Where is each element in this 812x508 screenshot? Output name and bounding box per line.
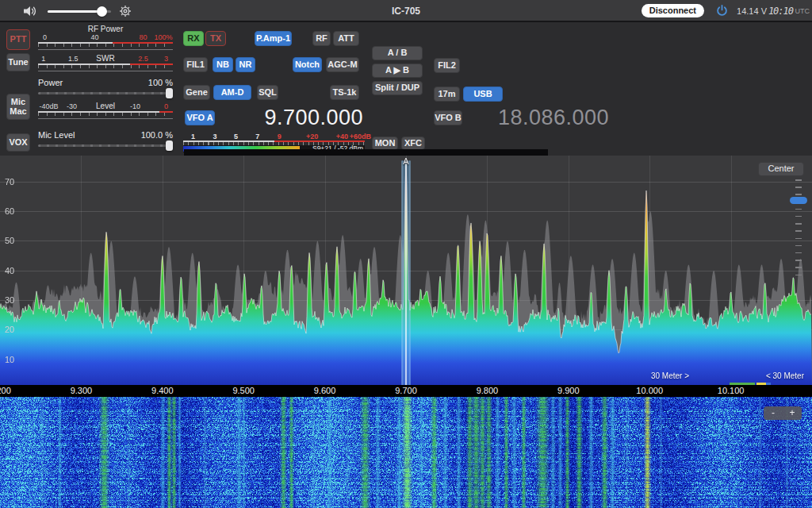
top-toolbar: IC-705 Disconnect 14.14 V 10:10 UTC [0, 0, 812, 22]
smeter-scale-label: 7 [255, 133, 259, 140]
ab-swap-button[interactable]: A / B [372, 46, 423, 60]
swr-scale-label: 1 [41, 55, 45, 63]
mic-level-label: Mic Level [38, 130, 75, 140]
vfo-b-button[interactable]: VFO B [434, 110, 462, 125]
swr-scale-label: 2.5 [138, 55, 148, 63]
mic-mac-line2: Mac [10, 107, 26, 117]
rf-power-scale-label: 0 [43, 33, 47, 41]
swr-meter-scale [38, 64, 173, 69]
waterfall-canvas[interactable] [0, 397, 812, 508]
frequency-tick-label: 9.700 [395, 386, 417, 395]
reference-level-ticks [795, 179, 802, 281]
smeter-scale-label: +60dB [350, 133, 371, 140]
att-button[interactable]: ATT [333, 31, 359, 46]
vfo-a-marker: A [403, 156, 408, 166]
ptt-button[interactable]: PTT [6, 29, 30, 50]
nr-button[interactable]: NR [236, 57, 255, 72]
tx-audio-panel: PTT Tune Mic Mac VOX RF Power 04080100% … [0, 22, 181, 156]
mode-b-button[interactable]: USB [463, 87, 503, 102]
swr-meter-labels: 11.52.53 [38, 55, 173, 63]
rf-power-scale-label: 80 [140, 33, 147, 41]
mon-button[interactable]: MON [372, 137, 398, 150]
band-edge-left-label: 30 Meter > [651, 371, 689, 380]
frequency-tick-label: 9.500 [232, 386, 255, 395]
ts-button[interactable]: TS-1k [330, 85, 359, 100]
frequency-tick-label: 9.600 [314, 386, 336, 395]
reference-level-knob[interactable] [790, 197, 807, 204]
waterfall-zoom-in-button[interactable]: + [783, 406, 802, 420]
swr-scale-label: 3 [164, 55, 168, 63]
level-scale-label: -10 [130, 102, 140, 110]
swr-scale-label: 1.5 [68, 55, 79, 63]
rf-power-scale-label: 40 [90, 33, 98, 41]
mic-mac-line1: Mic [11, 98, 25, 107]
frequency-tick-label: 9.300 [71, 386, 93, 395]
smeter-scale-label: +20 [306, 133, 318, 140]
level-meter-bar [38, 118, 173, 119]
a-to-b-button[interactable]: A ▶ B [372, 64, 423, 78]
notch-button[interactable]: Notch [293, 57, 322, 72]
mic-level-knob[interactable] [166, 140, 173, 151]
fil1-button[interactable]: FIL1 [183, 57, 208, 72]
frequency-tick-label: 9.900 [557, 386, 580, 395]
mode-a-button[interactable]: AM-D [213, 85, 251, 100]
power-slider-knob[interactable] [166, 88, 173, 98]
frequency-axis[interactable]: 9.2009.3009.4009.5009.6009.7009.8009.900… [0, 385, 812, 397]
power-slider[interactable] [38, 88, 173, 98]
rf-power-meter-title: RF Power [38, 25, 173, 33]
rf-button[interactable]: RF [312, 31, 331, 46]
mic-level-value: 100.0 % [141, 130, 173, 140]
sql-button[interactable]: SQL [257, 85, 278, 100]
frequency-tick-label: 9.800 [477, 386, 499, 395]
smeter-scale-label: 3 [213, 133, 217, 140]
mic-level-slider[interactable] [38, 140, 173, 151]
level-scale-label: 0 [164, 102, 168, 110]
mic-level-row: Mic Level 100.0 % [38, 130, 173, 139]
center-button[interactable]: Center [758, 162, 804, 176]
tx-indicator: TX [205, 31, 226, 46]
rx-indicator: RX [183, 31, 204, 46]
rf-power-meter-labels: 04080100% [38, 33, 173, 41]
clock-display: 10:10 [768, 6, 793, 17]
tune-button[interactable]: Tune [6, 53, 30, 71]
preamp-button[interactable]: P.Amp-1 [255, 31, 292, 46]
smeter-scale-label: 5 [234, 133, 238, 140]
spectrum-canvas[interactable] [0, 156, 812, 385]
split-dup-button[interactable]: Split / DUP [372, 81, 423, 95]
gene-button[interactable]: Gene [183, 85, 210, 100]
mic-mac-button[interactable]: Mic Mac [6, 94, 30, 120]
agc-button[interactable]: AGC-M [326, 57, 359, 72]
vfo-a-button[interactable]: VFO A [185, 110, 215, 125]
rf-power-scale-label: 100% [155, 33, 173, 41]
reference-level-slider[interactable] [788, 179, 809, 281]
level-meter-scale [38, 111, 173, 117]
swr-meter-bar [38, 71, 173, 71]
level-meter-labels: -40dB-30-100 [38, 102, 173, 110]
disconnect-button[interactable]: Disconnect [642, 4, 704, 17]
db-tick-label: 10 [5, 355, 14, 364]
band-button[interactable]: 17m [434, 87, 460, 102]
panel-separator [184, 149, 548, 156]
db-tick-label: 40 [5, 266, 14, 275]
smeter-scale-label: +40 [336, 133, 348, 140]
db-tick-label: 60 [5, 206, 14, 216]
vox-button[interactable]: VOX [6, 133, 30, 152]
waterfall-zoom-out-button[interactable]: - [764, 406, 783, 420]
fil2-button[interactable]: FIL2 [434, 58, 460, 73]
db-tick-label: 50 [5, 236, 14, 245]
frequency-tick-label: 9.200 [0, 386, 11, 395]
xfc-button[interactable]: XFC [401, 137, 425, 150]
waterfall-zoom-control: - + [764, 406, 802, 420]
waterfall-display: - + [0, 397, 812, 508]
db-tick-label: 70 [5, 177, 14, 187]
vfo-a-frequency[interactable]: 9.700.000 [213, 106, 363, 130]
supply-voltage: 14.14 V [737, 6, 767, 16]
rf-power-meter-scale [38, 42, 173, 48]
power-slider-value: 100 % [148, 78, 173, 87]
nb-button[interactable]: NB [213, 57, 233, 72]
power-icon[interactable] [716, 5, 728, 17]
timezone-label: UTC [795, 7, 810, 15]
frequency-tick-label: 10.100 [718, 386, 745, 395]
rf-power-meter-bar [38, 49, 173, 50]
vfo-b-frequency[interactable]: 18.086.000 [486, 106, 621, 130]
